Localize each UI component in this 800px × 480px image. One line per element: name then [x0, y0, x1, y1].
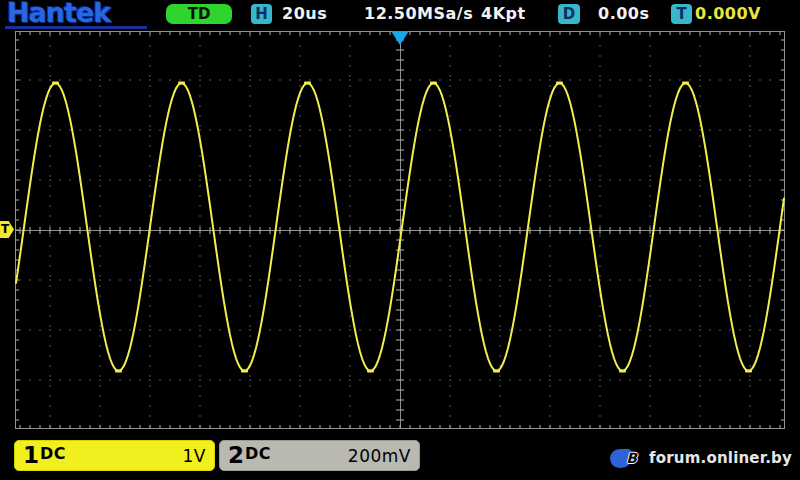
watermark-text: forum.onliner.by — [649, 449, 792, 467]
status-bar: Hantek TD H 20us 12.50MSa/s 4Kpt D 0.00s… — [0, 0, 800, 30]
sample-rate-value: 12.50MSa/s — [364, 4, 473, 24]
watermark: B forum.onliner.by — [610, 446, 792, 470]
horizontal-badge-icon: H — [251, 4, 272, 24]
channel2-badge[interactable]: 2 DC 200mV — [219, 440, 420, 471]
record-length-value: 4Kpt — [481, 4, 526, 24]
onliner-logo-icon: B — [610, 449, 637, 468]
channel1-scale: 1V — [183, 446, 206, 466]
oscilloscope-screen: Hantek TD H 20us 12.50MSa/s 4Kpt D 0.00s… — [0, 0, 800, 480]
trigger-badge-icon: T — [671, 4, 692, 24]
channel-bar: 1 DC 1V 2 DC 200mV B forum.onliner.by — [0, 438, 800, 480]
channel1-coupling: DC — [40, 444, 66, 463]
channel2-coupling: DC — [245, 444, 271, 463]
channel1-number: 1 — [23, 440, 39, 471]
delay-badge-icon: D — [558, 4, 580, 24]
brand-logo: Hantek — [7, 0, 110, 28]
brand-underline — [5, 26, 147, 29]
timebase-value: 20us — [282, 4, 327, 24]
channel1-badge[interactable]: 1 DC 1V — [14, 440, 215, 471]
acquisition-mode-badge: TD — [166, 4, 232, 24]
trigger-level-value: 0.000V — [695, 4, 761, 24]
graticule-waveform-canvas — [0, 0, 800, 480]
channel2-scale: 200mV — [348, 446, 411, 466]
channel2-number: 2 — [228, 440, 244, 471]
horizontal-offset-value: 0.00s — [598, 4, 650, 24]
